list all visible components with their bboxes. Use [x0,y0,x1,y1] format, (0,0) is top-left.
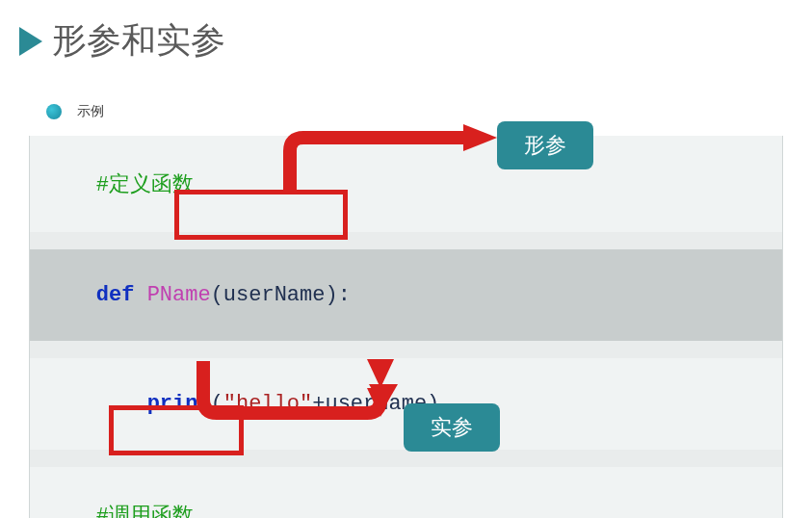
bullet-dot-icon [46,104,62,119]
code-gap [30,232,782,249]
callout-actual-param: 实参 [404,403,500,452]
colon: : [338,283,351,307]
slide-header: 形参和实参 [0,0,812,74]
code-gap [30,450,782,467]
print-keyword: print [147,392,211,416]
paren-open: ( [211,283,223,307]
plus-op: + [312,392,325,416]
func-name: PName [147,283,211,307]
subheader-label: 示例 [77,103,104,120]
code-block: #定义函数 def PName(userName): print("hello"… [29,136,783,518]
print-paren-open: ( [211,392,223,416]
param-name: userName [223,283,326,307]
comment-text: #调用函数 [96,505,194,518]
def-keyword: def [96,283,135,307]
triangle-icon [19,27,42,56]
callout-label: 形参 [524,133,566,157]
string-literal: "hello" [223,392,312,416]
callout-label: 实参 [431,415,473,439]
subheader: 示例 [0,74,812,136]
comment-text: #定义函数 [96,173,194,197]
code-gap [30,341,782,358]
indent [96,392,147,416]
paren-close: ) [325,283,337,307]
code-line-comment-call: #调用函数 [30,467,782,518]
code-line-def: def PName(userName): [30,249,782,341]
slide-title: 形参和实参 [52,17,225,65]
code-line-comment-define: #定义函数 [30,136,782,232]
callout-formal-param: 形参 [497,121,593,169]
